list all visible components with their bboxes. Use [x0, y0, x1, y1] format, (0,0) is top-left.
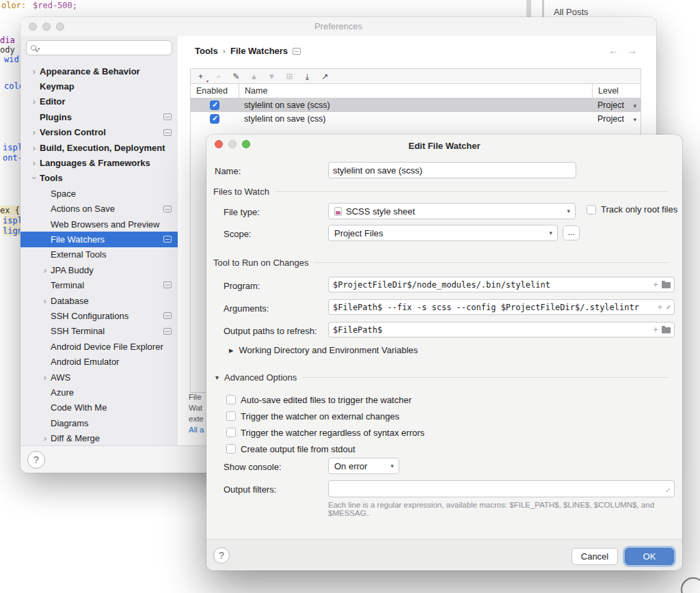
sidebar-item[interactable]: Android Emulator: [21, 354, 178, 369]
option-checkbox[interactable]: [226, 428, 236, 437]
output-filters-field[interactable]: ↔: [328, 480, 675, 497]
all-available-link[interactable]: All a: [189, 426, 206, 434]
tree-chevron-icon[interactable]: [40, 372, 51, 383]
column-header-level[interactable]: Level: [592, 84, 641, 98]
level-dropdown[interactable]: Project ▾: [592, 100, 641, 110]
dropdown-arrow-icon: ▾: [633, 116, 636, 123]
advanced-option-row[interactable]: Trigger the watcher on external changes: [226, 408, 425, 424]
toolbar-icon[interactable]: ✎ ▾: [232, 72, 241, 81]
show-console-dropdown[interactable]: On error ▾: [328, 458, 399, 474]
zoom-window-button[interactable]: [242, 140, 250, 148]
tree-chevron-icon[interactable]: [29, 158, 40, 168]
sidebar-item[interactable]: Azure: [21, 385, 178, 400]
tree-chevron-icon[interactable]: [29, 96, 40, 107]
advanced-option-row[interactable]: Auto-save edited files to trigger the wa…: [226, 391, 425, 408]
close-window-button[interactable]: [29, 23, 37, 31]
file-type-dropdown[interactable]: SCSS style sheet ▾: [328, 203, 576, 219]
toolbar-icon[interactable]: ⊞ ▾: [285, 72, 294, 81]
advanced-options-section[interactable]: ▾ Advanced Options: [215, 372, 669, 383]
toolbar-icon[interactable]: − ▾: [214, 72, 223, 81]
sidebar-item[interactable]: JPA Buddy: [21, 262, 178, 277]
tree-chevron-icon[interactable]: [29, 127, 40, 137]
option-checkbox[interactable]: [226, 395, 236, 404]
sidebar-item[interactable]: Space: [21, 186, 178, 201]
name-input[interactable]: [328, 162, 576, 178]
advanced-option-row[interactable]: Create output file from stdout: [226, 441, 425, 457]
sidebar-item[interactable]: Build, Execution, Deployment: [21, 140, 178, 155]
insert-macro-icon[interactable]: +: [653, 279, 658, 290]
sidebar-item[interactable]: SSH Configurations: [21, 308, 178, 323]
toolbar-icon[interactable]: + ▾: [196, 72, 205, 81]
sidebar-item[interactable]: Appearance & Behavior: [21, 64, 178, 79]
sidebar-item[interactable]: Actions on Save: [21, 202, 178, 217]
table-row[interactable]: stylelint on save (scss) Project ▾: [191, 98, 641, 112]
table-row[interactable]: stylelint on save (css) Project ▾: [191, 112, 641, 126]
insert-macro-icon[interactable]: +: [658, 302, 663, 312]
insert-macro-icon[interactable]: +: [653, 325, 658, 335]
minimize-window-button[interactable]: [42, 23, 51, 31]
toolbar-icon[interactable]: ▲ ▾: [250, 72, 258, 81]
column-header-name[interactable]: Name: [239, 84, 592, 98]
toolbar-icon[interactable]: ⤓ ▾: [303, 72, 312, 81]
expand-field-icon[interactable]: ↔: [661, 483, 672, 494]
output-paths-field[interactable]: $FilePath$ +: [328, 322, 675, 337]
browse-folder-icon[interactable]: [662, 282, 671, 288]
tree-chevron-icon[interactable]: [29, 173, 40, 183]
settings-search-field[interactable]: ▾: [26, 40, 172, 55]
back-arrow-icon[interactable]: ←: [608, 44, 619, 56]
forward-arrow-icon[interactable]: →: [627, 44, 637, 56]
sidebar-item[interactable]: Android Device File Explorer: [21, 339, 178, 354]
scope-dropdown[interactable]: Project Files ▾: [328, 225, 558, 241]
sidebar-item[interactable]: Code With Me: [21, 400, 178, 415]
cancel-button[interactable]: Cancel: [571, 548, 618, 565]
toolbar-icon[interactable]: ↗ ▾: [321, 72, 329, 81]
level-dropdown[interactable]: Project ▾: [592, 114, 641, 124]
sidebar-item-label: Build, Execution, Deployment: [40, 143, 165, 153]
tree-chevron-icon[interactable]: [40, 265, 51, 275]
sidebar-item[interactable]: Diagrams: [21, 415, 178, 430]
program-field[interactable]: $ProjectFileDir$/node_modules/.bin/style…: [328, 277, 675, 292]
browse-folder-icon[interactable]: [662, 327, 671, 333]
preferences-titlebar[interactable]: Preferences: [21, 17, 656, 36]
column-header-enabled[interactable]: Enabled: [191, 86, 239, 96]
toolbar-icon[interactable]: ▼ ▾: [267, 72, 276, 81]
sidebar-item[interactable]: Tools: [21, 171, 178, 186]
tree-chevron-icon[interactable]: [40, 296, 51, 306]
track-root-files-checkbox[interactable]: [587, 205, 596, 215]
settings-badge-icon: [293, 48, 301, 55]
sidebar-item[interactable]: Web Browsers and Preview: [21, 217, 178, 232]
help-button[interactable]: ?: [213, 547, 230, 564]
ok-button[interactable]: OK: [625, 548, 674, 565]
tree-chevron-icon[interactable]: [40, 433, 51, 443]
sidebar-item[interactable]: Version Control: [21, 125, 178, 140]
sidebar-item[interactable]: Database: [21, 293, 178, 308]
working-directory-toggle[interactable]: ▸ Working Directory and Environment Vari…: [229, 345, 418, 355]
arguments-field[interactable]: $FilePath$ --fix -s scss --config $Proje…: [328, 299, 675, 315]
track-root-files-option[interactable]: Track only root files: [587, 204, 677, 215]
sidebar-item[interactable]: Editor: [21, 94, 178, 109]
enabled-checkbox[interactable]: [210, 100, 219, 110]
tree-chevron-icon[interactable]: [29, 66, 40, 77]
sidebar-item[interactable]: Languages & Frameworks: [21, 155, 178, 170]
help-button[interactable]: ?: [27, 451, 45, 469]
breadcrumb-root[interactable]: Tools: [195, 46, 218, 56]
sidebar-item[interactable]: SSH Terminal: [21, 324, 178, 339]
sidebar-item[interactable]: Keymap: [21, 79, 178, 94]
tree-chevron-icon[interactable]: [29, 143, 40, 153]
watcher-description-line: Wat: [189, 404, 206, 412]
sidebar-item[interactable]: AWS: [21, 370, 178, 385]
advanced-option-row[interactable]: Trigger the watcher regardless of syntax…: [226, 424, 425, 441]
sidebar-item-label: Android Device File Explorer: [51, 342, 163, 352]
option-checkbox[interactable]: [226, 444, 236, 454]
enabled-checkbox[interactable]: [210, 114, 219, 124]
close-window-button[interactable]: [215, 140, 223, 148]
sidebar-item[interactable]: Diff & Merge: [21, 430, 178, 445]
sidebar-item[interactable]: Plugins: [21, 109, 178, 124]
option-checkbox[interactable]: [226, 411, 236, 421]
zoom-window-button[interactable]: [56, 23, 64, 31]
scope-browse-button[interactable]: ...: [563, 225, 580, 240]
sidebar-item[interactable]: File Watchers: [21, 232, 178, 247]
expand-field-icon[interactable]: ↔: [664, 303, 673, 312]
sidebar-item[interactable]: External Tools: [21, 247, 178, 262]
sidebar-item[interactable]: Terminal: [21, 277, 178, 292]
